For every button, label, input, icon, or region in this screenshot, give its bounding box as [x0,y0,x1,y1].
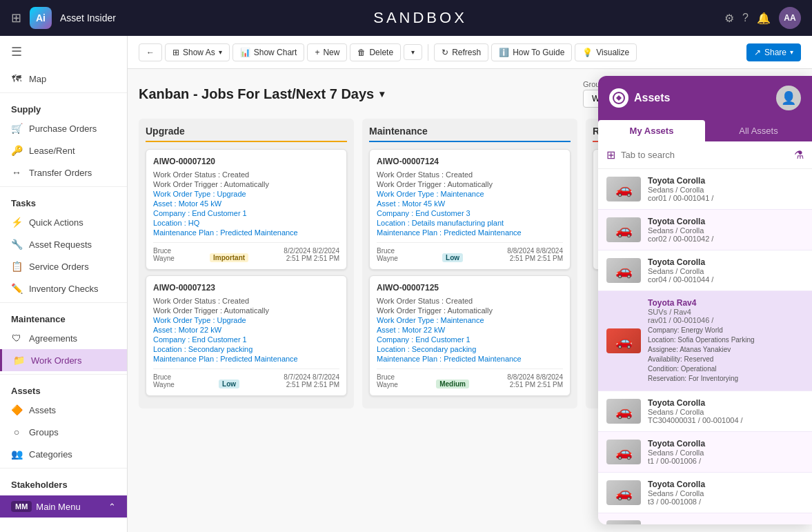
new-icon: + [315,48,319,57]
back-button[interactable]: ← [139,43,162,61]
assets-list: 🚗 Toyota Corolla Sedans / Corolla cor01 … [598,169,812,524]
grid-icon[interactable]: ⊞ [11,10,21,26]
asset-item-corolla-last[interactable]: 🚗 Toyota Corolla Sedans / Corolla [598,513,812,524]
settings-icon[interactable]: ⚙ [724,12,734,25]
section-maintenance: Maintenance [0,306,127,327]
assets-filter-icon[interactable]: ⚗ [794,148,804,161]
visualize-label: Visualize [596,48,629,57]
sidebar-item-map[interactable]: 🗺 Map [0,68,127,90]
asset-sub: Sedans / Corolla [648,489,804,497]
card-aiwo-00007124[interactable]: AIWO-00007124 Work Order Status : Create… [369,149,571,270]
sidebar-item-transfer-orders[interactable]: ↔ Transfer Orders [0,161,127,184]
app-name: Asset Insider [60,12,116,23]
card-company: Company : End Customer 1 [377,335,563,344]
asset-code: cor04 / 00-001044 / [648,275,804,284]
asset-thumb: 🚗 [606,520,641,524]
toolbar: ← ⊞ Show As ▾ 📊 Show Chart + New 🗑 Delet… [128,36,812,69]
quick-actions-icon: ⚡ [11,217,22,228]
sidebar-item-purchase-orders[interactable]: 🛒 Purchase Orders [0,117,127,139]
asset-code: cor02 / 00-001042 / [648,235,804,243]
asset-name: Toyota Corolla [648,176,804,186]
asset-code: TC304000031 / 00-001004 / [648,416,804,424]
sidebar-item-groups[interactable]: ○ Groups [0,421,127,443]
top-nav: ⊞ Ai Asset Insider SANDBOX ⚙ ? 🔔 AA [0,0,812,36]
card-plan: Maintenance Plan : Predicted Maintenance [377,228,563,237]
assets-search-input[interactable] [621,150,789,160]
delete-button[interactable]: 🗑 Delete [350,43,401,61]
delete-dropdown-button[interactable]: ▾ [404,44,422,60]
tab-all-assets[interactable]: All Assets [705,120,812,141]
new-button[interactable]: + New [307,43,347,61]
refresh-icon: ↻ [442,48,448,57]
asset-requests-icon: 🔧 [11,239,22,250]
asset-thumb: 🚗 [606,440,641,464]
asset-item-cor04[interactable]: 🚗 Toyota Corolla Sedans / Corolla cor04 … [598,250,812,291]
card-dates: 8/7/2024 8/7/20242:51 PM 2:51 PM [284,373,339,388]
groups-icon: ○ [11,426,22,437]
sidebar-item-inventory-checks[interactable]: ✏️ Inventory Checks [0,277,127,299]
card-trigger: Work Order Trigger : Automatically [377,180,563,188]
separator-1 [428,44,428,61]
asset-info: Toyota Corolla Sedans / Corolla cor02 / … [648,217,804,243]
transfer-icon: ↔ [11,167,22,178]
show-chart-button[interactable]: 📊 Show Chart [232,43,305,61]
card-aiwo-00007125[interactable]: AIWO-00007125 Work Order Status : Create… [369,275,571,396]
asset-item-rav01[interactable]: 🚗 Toyota Rav4 SUVs / Rav4 rav01 / 00-001… [598,291,812,391]
card-badge-important: Important [210,253,248,262]
assets-panel-title: Assets [634,92,670,104]
hamburger-icon[interactable]: ☰ [0,36,127,68]
asset-extra: Company: Energy World Location: Sofia Op… [648,326,804,384]
sidebar-item-asset-requests[interactable]: 🔧 Asset Requests [0,233,127,255]
card-aiwo-00007120[interactable]: AIWO-00007120 Work Order Status : Create… [146,149,347,270]
sidebar-item-assets[interactable]: 🔶 Assets [0,399,127,421]
asset-item-cor01[interactable]: 🚗 Toyota Corolla Sedans / Corolla cor01 … [598,169,812,210]
categories-icon: 👥 [11,449,22,460]
asset-item-cor02[interactable]: 🚗 Toyota Corolla Sedans / Corolla cor02 … [598,210,812,250]
refresh-button[interactable]: ↻ Refresh [434,43,488,61]
asset-thumb: 🚗 [606,258,641,283]
kanban-title-dropdown-icon[interactable]: ▾ [379,88,384,99]
col-upgrade-header: Upgrade [146,126,347,142]
card-plan: Maintenance Plan : Predicted Maintenance [377,355,563,363]
assets-icon: 🔶 [11,404,22,415]
card-aiwo-00007123[interactable]: AIWO-00007123 Work Order Status : Create… [146,275,347,396]
main-menu-badge: MM [11,501,32,512]
main-menu-bar[interactable]: MM Main Menu ⌃ [0,495,127,518]
section-tasks: Tasks [0,190,127,211]
visualize-icon: 💡 [582,48,593,57]
asset-item-tc304[interactable]: 🚗 Toyota Corolla Sedans / Corolla TC3040… [598,391,812,432]
chevron-icon: ⌃ [108,502,116,512]
sidebar-item-categories[interactable]: 👥 Categories [0,443,127,465]
sidebar-item-lease-label: Lease/Rent [29,146,75,156]
user-avatar-panel[interactable]: 👤 [776,86,801,110]
show-as-button[interactable]: ⊞ Show As ▾ [165,43,230,61]
asset-info: Toyota Corolla Sedans / Corolla t3 / 00-… [648,480,804,506]
asset-item-t1[interactable]: 🚗 Toyota Corolla Sedans / Corolla t1 / 0… [598,432,812,473]
assets-panel-header: Assets 👤 [598,76,812,120]
sidebar-item-quick-actions[interactable]: ⚡ Quick Actions [0,211,127,233]
user-avatar[interactable]: AA [779,7,801,29]
sidebar-item-lease-rent[interactable]: 🔑 Lease/Rent [0,139,127,161]
card-type: Work Order Type : Upgrade [153,190,339,198]
purchase-orders-icon: 🛒 [11,123,22,134]
sidebar-item-agreements[interactable]: 🛡 Agreements [0,327,127,349]
share-button[interactable]: ↗ Share ▾ [746,43,801,61]
asset-item-t3[interactable]: 🚗 Toyota Corolla Sedans / Corolla t3 / 0… [598,473,812,513]
sidebar-item-map-label: Map [29,74,46,84]
card-id: AIWO-00007123 [153,283,339,293]
card-plan: Maintenance Plan : Predicted Maintenance [153,228,339,237]
how-to-guide-button[interactable]: ℹ️ How To Guide [491,43,572,61]
sidebar-item-purchase-orders-label: Purchase Orders [29,124,97,134]
share-icon: ↗ [754,48,761,57]
sidebar-item-work-orders[interactable]: 📁 Work Orders [0,349,127,371]
visualize-button[interactable]: 💡 Visualize [575,43,637,61]
asset-code: cor01 / 00-001041 / [648,194,804,202]
assets-search-bar: ⊞ ⚗ [598,141,812,169]
sidebar-item-service-orders[interactable]: 📋 Service Orders [0,255,127,277]
card-user: BruceWayne [377,373,398,388]
tab-my-assets[interactable]: My Assets [598,120,705,141]
show-as-dropdown-icon: ▾ [219,48,222,56]
help-icon[interactable]: ? [742,12,749,24]
divider-3 [0,302,127,303]
notifications-icon[interactable]: 🔔 [757,12,771,25]
